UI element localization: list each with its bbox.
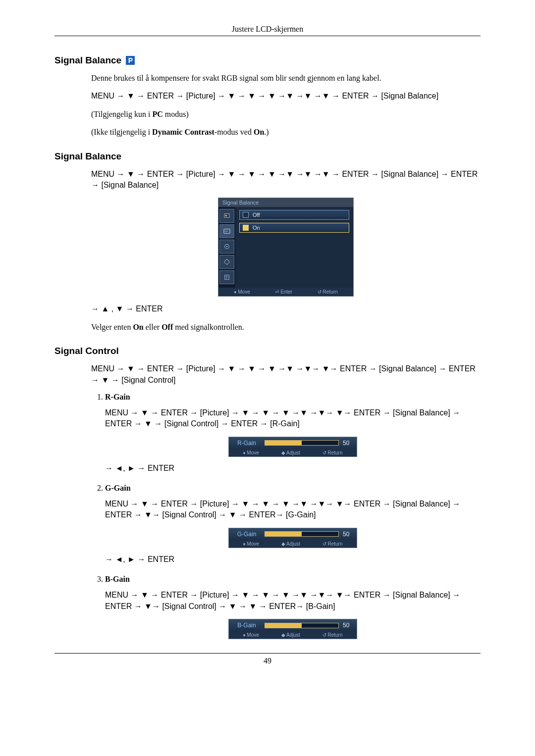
svg-rect-7 (225, 275, 229, 280)
svg-point-2 (224, 231, 225, 232)
footer-adjust: ◆ Adjust (281, 450, 300, 455)
svg-point-3 (226, 231, 227, 232)
svg-point-6 (225, 260, 229, 264)
osd-option-on[interactable]: On (239, 223, 349, 233)
gain-name: G-Gain (105, 484, 131, 492)
footer-return: ↺ Return (322, 450, 343, 455)
footer-enter: ⏎ Enter (275, 289, 292, 295)
osd-tab-icon (219, 255, 234, 269)
osd-title: Signal Balance (218, 198, 353, 207)
footer-move: ♦ Move (234, 289, 250, 295)
footer-return: ↺ Return (318, 289, 338, 295)
signal-balance-onoff-desc: Velger enten On eller Off med signalkont… (91, 322, 481, 333)
footer-return: ↺ Return (322, 632, 343, 638)
footer-return: ↺ Return (322, 541, 343, 547)
osd-footer: ♦ Move ⏎ Enter ↺ Return (218, 288, 353, 296)
pc-mode-icon: P (126, 56, 135, 65)
footer-adjust: ◆ Adjust (281, 541, 300, 547)
gain-name: B-Gain (105, 575, 130, 583)
svg-point-5 (226, 246, 228, 248)
osd-tab-icon (219, 240, 234, 253)
note-pc-only: (Tilgjengelig kun i PC modus) (91, 109, 481, 120)
footer-move: ♦ Move (243, 632, 259, 638)
nav-path-1: MENU → ▼ → ENTER → [Picture] → ▼ → ▼ → ▼… (91, 91, 481, 101)
signal-balance-desc: Denne brukes til å kompensere for svakt … (91, 73, 481, 84)
osd-sidebar (218, 207, 235, 288)
footer-move: ♦ Move (243, 541, 259, 547)
osd-slider[interactable] (265, 623, 339, 628)
nav-path-ggain: MENU → ▼ → ENTER → [Picture] → ▼ → ▼ → ▼… (105, 499, 481, 521)
list-item-rgain: R-Gain MENU → ▼ → ENTER → [Picture] → ▼ … (105, 393, 481, 474)
nav-updown-enter: → ▲ , ▼ → ENTER (91, 303, 481, 314)
osd-slider-value: 50 (343, 622, 353, 629)
page-footer: 49 (54, 653, 481, 665)
footer-adjust: ◆ Adjust (281, 632, 300, 638)
osd-slider-value: 50 (343, 440, 353, 447)
radio-icon (243, 212, 249, 218)
osd-tab-icon (219, 224, 234, 238)
note-dynamic-contrast: (Ikke tilgjengelig i Dynamic Contrast-mo… (91, 127, 481, 138)
osd-ggain: G-Gain 50 ♦ Move ◆ Adjust ↺ Return (228, 528, 357, 548)
osd-option-label: Off (253, 212, 260, 218)
list-item-ggain: G-Gain MENU → ▼ → ENTER → [Picture] → ▼ … (105, 484, 481, 565)
nav-path-signal-control: MENU → ▼ → ENTER → [Picture] → ▼ → ▼ → ▼… (91, 363, 481, 386)
nav-path-2: MENU → ▼ → ENTER → [Picture] → ▼ → ▼ → ▼… (91, 169, 481, 191)
radio-icon (243, 225, 249, 231)
gain-name: R-Gain (105, 393, 130, 401)
osd-slider-label: B-Gain (233, 622, 261, 629)
list-item-bgain: B-Gain MENU → ▼ → ENTER → [Picture] → ▼ … (105, 575, 481, 639)
heading-signal-balance-p: Signal Balance P (54, 55, 481, 66)
osd-rgain: R-Gain 50 ♦ Move ◆ Adjust ↺ Return (228, 437, 357, 457)
footer-move: ♦ Move (243, 450, 259, 455)
osd-bgain: B-Gain 50 ♦ Move ◆ Adjust ↺ Return (228, 619, 357, 639)
page-header: Justere LCD-skjermen (54, 25, 481, 36)
osd-slider[interactable] (265, 531, 339, 537)
osd-slider-label: G-Gain (233, 531, 261, 538)
gain-list: R-Gain MENU → ▼ → ENTER → [Picture] → ▼ … (91, 393, 481, 639)
heading-signal-balance: Signal Balance (54, 151, 481, 162)
heading-text: Signal Balance (54, 55, 121, 65)
heading-signal-control: Signal Control (54, 346, 481, 356)
osd-slider-value: 50 (343, 531, 353, 538)
osd-slider[interactable] (265, 440, 339, 446)
osd-tab-icon (219, 270, 234, 284)
osd-slider-label: R-Gain (233, 440, 261, 447)
nav-leftright-enter: → ◄, ► → ENTER (105, 463, 481, 474)
osd-option-label: On (253, 225, 260, 231)
osd-option-off[interactable]: Off (239, 210, 349, 220)
osd-tab-icon (219, 209, 234, 223)
nav-leftright-enter: → ◄, ► → ENTER (105, 554, 481, 565)
osd-signal-balance: Signal Balance Off On ♦ Move (218, 198, 354, 297)
nav-path-bgain: MENU → ▼ → ENTER → [Picture] → ▼ → ▼ → ▼… (105, 590, 481, 612)
nav-path-rgain: MENU → ▼ → ENTER → [Picture] → ▼ → ▼ → ▼… (105, 407, 481, 430)
